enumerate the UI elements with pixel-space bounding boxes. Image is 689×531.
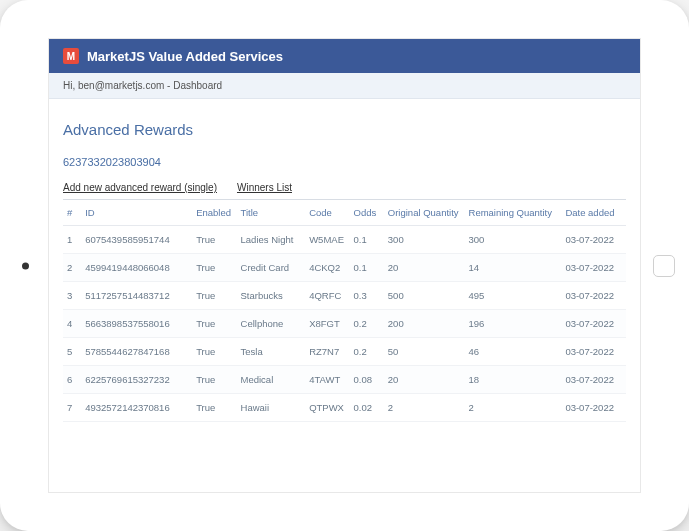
cell-odds: 0.08 bbox=[350, 366, 384, 394]
table-row[interactable]: 45663898537558016TrueCellphoneX8FGT0.220… bbox=[63, 310, 626, 338]
cell-odds: 0.02 bbox=[350, 394, 384, 422]
cell-code: 4QRFC bbox=[305, 282, 349, 310]
col-date: Date added bbox=[561, 200, 626, 226]
cell-rq: 46 bbox=[465, 338, 562, 366]
cell-enabled: True bbox=[192, 226, 236, 254]
cell-odds: 0.1 bbox=[350, 254, 384, 282]
cell-odds: 0.1 bbox=[350, 226, 384, 254]
cell-title: Credit Card bbox=[237, 254, 306, 282]
cell-num: 5 bbox=[63, 338, 81, 366]
table-row[interactable]: 35117257514483712TrueStarbucks4QRFC0.350… bbox=[63, 282, 626, 310]
table-row[interactable]: 66225769615327232TrueMedical4TAWT0.08201… bbox=[63, 366, 626, 394]
col-original-qty: Original Quantity bbox=[384, 200, 465, 226]
cell-id: 6225769615327232 bbox=[81, 366, 192, 394]
table-header-row: # ID Enabled Title Code Odds Original Qu… bbox=[63, 200, 626, 226]
col-title: Title bbox=[237, 200, 306, 226]
breadcrumb: Hi, ben@marketjs.com - Dashboard bbox=[49, 73, 640, 99]
cell-title: Hawaii bbox=[237, 394, 306, 422]
cell-date: 03-07-2022 bbox=[561, 366, 626, 394]
cell-enabled: True bbox=[192, 394, 236, 422]
cell-num: 6 bbox=[63, 366, 81, 394]
action-links: Add new advanced reward (single) Winners… bbox=[63, 182, 626, 193]
main-content: Advanced Rewards 6237332023803904 Add ne… bbox=[49, 99, 640, 492]
cell-code: QTPWX bbox=[305, 394, 349, 422]
cell-date: 03-07-2022 bbox=[561, 226, 626, 254]
winners-list-link[interactable]: Winners List bbox=[237, 182, 292, 193]
cell-code: RZ7N7 bbox=[305, 338, 349, 366]
record-id: 6237332023803904 bbox=[63, 156, 626, 168]
cell-title: Tesla bbox=[237, 338, 306, 366]
cell-date: 03-07-2022 bbox=[561, 394, 626, 422]
cell-rq: 14 bbox=[465, 254, 562, 282]
col-id: ID bbox=[81, 200, 192, 226]
cell-oq: 200 bbox=[384, 310, 465, 338]
app-title: MarketJS Value Added Services bbox=[87, 49, 283, 64]
col-remaining-qty: Remaining Quantity bbox=[465, 200, 562, 226]
cell-id: 4932572142370816 bbox=[81, 394, 192, 422]
cell-code: X8FGT bbox=[305, 310, 349, 338]
cell-num: 4 bbox=[63, 310, 81, 338]
cell-rq: 300 bbox=[465, 226, 562, 254]
table-row[interactable]: 55785544627847168TrueTeslaRZ7N70.2504603… bbox=[63, 338, 626, 366]
cell-oq: 50 bbox=[384, 338, 465, 366]
cell-id: 6075439585951744 bbox=[81, 226, 192, 254]
rewards-table: # ID Enabled Title Code Odds Original Qu… bbox=[63, 199, 626, 422]
cell-rq: 196 bbox=[465, 310, 562, 338]
device-camera-icon bbox=[22, 262, 29, 269]
app-header: M MarketJS Value Added Services bbox=[49, 39, 640, 73]
cell-id: 5785544627847168 bbox=[81, 338, 192, 366]
cell-title: Ladies Night bbox=[237, 226, 306, 254]
cell-code: W5MAE bbox=[305, 226, 349, 254]
cell-odds: 0.2 bbox=[350, 310, 384, 338]
cell-rq: 2 bbox=[465, 394, 562, 422]
page-title: Advanced Rewards bbox=[63, 121, 626, 138]
app-screen: M MarketJS Value Added Services Hi, ben@… bbox=[48, 38, 641, 493]
cell-title: Medical bbox=[237, 366, 306, 394]
cell-enabled: True bbox=[192, 366, 236, 394]
cell-enabled: True bbox=[192, 338, 236, 366]
brand-logo-icon: M bbox=[63, 48, 79, 64]
cell-date: 03-07-2022 bbox=[561, 254, 626, 282]
cell-enabled: True bbox=[192, 282, 236, 310]
cell-enabled: True bbox=[192, 310, 236, 338]
cell-id: 5117257514483712 bbox=[81, 282, 192, 310]
cell-rq: 18 bbox=[465, 366, 562, 394]
table-row[interactable]: 24599419448066048TrueCredit Card4CKQ20.1… bbox=[63, 254, 626, 282]
cell-enabled: True bbox=[192, 254, 236, 282]
cell-oq: 20 bbox=[384, 366, 465, 394]
cell-rq: 495 bbox=[465, 282, 562, 310]
cell-title: Starbucks bbox=[237, 282, 306, 310]
cell-date: 03-07-2022 bbox=[561, 282, 626, 310]
tablet-frame: M MarketJS Value Added Services Hi, ben@… bbox=[0, 0, 689, 531]
cell-oq: 500 bbox=[384, 282, 465, 310]
col-enabled: Enabled bbox=[192, 200, 236, 226]
cell-code: 4TAWT bbox=[305, 366, 349, 394]
cell-odds: 0.3 bbox=[350, 282, 384, 310]
cell-oq: 300 bbox=[384, 226, 465, 254]
cell-oq: 20 bbox=[384, 254, 465, 282]
cell-id: 5663898537558016 bbox=[81, 310, 192, 338]
col-odds: Odds bbox=[350, 200, 384, 226]
table-row[interactable]: 74932572142370816TrueHawaiiQTPWX0.022203… bbox=[63, 394, 626, 422]
cell-date: 03-07-2022 bbox=[561, 310, 626, 338]
cell-code: 4CKQ2 bbox=[305, 254, 349, 282]
cell-title: Cellphone bbox=[237, 310, 306, 338]
cell-odds: 0.2 bbox=[350, 338, 384, 366]
cell-num: 2 bbox=[63, 254, 81, 282]
device-home-button[interactable] bbox=[653, 255, 675, 277]
col-code: Code bbox=[305, 200, 349, 226]
cell-id: 4599419448066048 bbox=[81, 254, 192, 282]
add-reward-link[interactable]: Add new advanced reward (single) bbox=[63, 182, 217, 193]
cell-num: 1 bbox=[63, 226, 81, 254]
cell-num: 7 bbox=[63, 394, 81, 422]
table-row[interactable]: 16075439585951744TrueLadies NightW5MAE0.… bbox=[63, 226, 626, 254]
col-num: # bbox=[63, 200, 81, 226]
cell-num: 3 bbox=[63, 282, 81, 310]
cell-date: 03-07-2022 bbox=[561, 338, 626, 366]
cell-oq: 2 bbox=[384, 394, 465, 422]
